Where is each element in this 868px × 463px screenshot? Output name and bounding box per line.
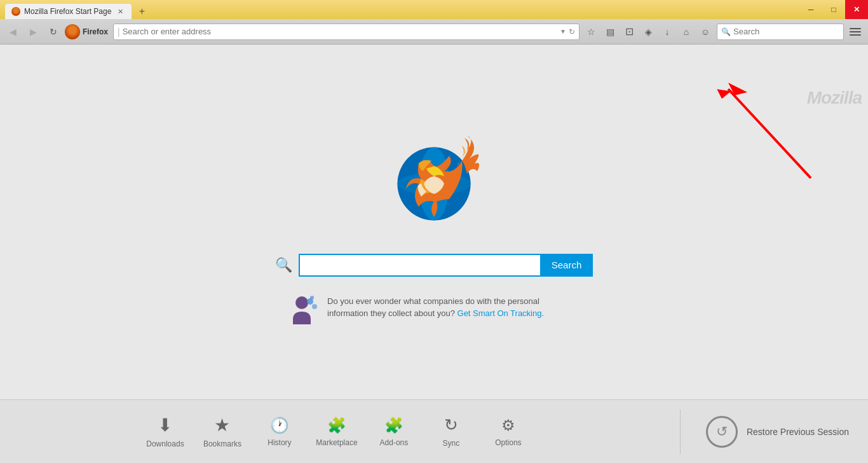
tracking-icon [288, 293, 320, 324]
downloads-icon: ⬇ [158, 415, 172, 436]
hamburger-line-1 [850, 28, 861, 29]
minimize-button[interactable]: ─ [799, 0, 822, 19]
tab-close-button[interactable]: ✕ [115, 6, 125, 17]
addons-icon: 🧩 [384, 417, 403, 434]
restore-session-button[interactable]: ↺ Restore Previous Session [687, 416, 868, 448]
sync-label: Sync [443, 439, 460, 448]
svg-marker-2 [714, 84, 731, 100]
pocket-button[interactable]: ⊡ [620, 23, 638, 41]
tab-title: Mozilla Firefox Start Page [24, 7, 111, 16]
bottom-items: ⬇ Downloads ★ Bookmarks 🕐 History 🧩 Mark… [0, 403, 674, 460]
window-controls: ─ □ ✕ [799, 0, 868, 19]
restore-label: Restore Previous Session [747, 427, 849, 437]
options-button[interactable]: ⚙ Options [480, 403, 537, 460]
address-refresh-icon[interactable]: ↻ [569, 27, 575, 36]
firefox-logo [383, 133, 485, 235]
sync-button[interactable]: ↻ Sync [423, 403, 480, 460]
svg-point-10 [310, 296, 314, 300]
address-dropdown-icon[interactable]: ▼ [560, 28, 566, 35]
address-separator: | [118, 27, 120, 37]
maximize-button[interactable]: □ [822, 0, 845, 19]
back-button[interactable]: ◀ [4, 23, 22, 41]
red-arrow-annotation [709, 83, 836, 187]
tracking-info: Do you ever wonder what companies do wit… [288, 293, 580, 324]
address-input[interactable] [123, 27, 557, 36]
bookmark-star-button[interactable]: ☆ [582, 23, 600, 41]
history-icon: 🕐 [270, 417, 289, 434]
marketplace-button[interactable]: 🧩 Marketplace [308, 403, 365, 460]
address-bar[interactable]: | ▼ ↻ [113, 24, 580, 40]
svg-point-9 [312, 304, 317, 309]
title-bar: Mozilla Firefox Start Page ✕ + ─ □ ✕ [0, 0, 868, 19]
history-label: History [268, 438, 291, 447]
search-area: 🔍 Search [275, 254, 593, 277]
download-button[interactable]: ↓ [658, 23, 676, 41]
tab-area: Mozilla Firefox Start Page ✕ + [5, 0, 149, 19]
nav-right-icons: ☆ ▤ ⊡ ◈ ↓ ⌂ ☺ [582, 23, 714, 41]
bookmarks-button[interactable]: ★ Bookmarks [194, 403, 251, 460]
svg-point-7 [295, 296, 308, 309]
restore-icon: ↺ [706, 416, 738, 448]
hamburger-line-3 [850, 34, 861, 36]
search-input[interactable] [733, 27, 822, 36]
bottom-bar: ⬇ Downloads ★ Bookmarks 🕐 History 🧩 Mark… [0, 399, 868, 463]
refresh-button[interactable]: ↻ [44, 23, 62, 41]
bottom-divider [680, 410, 681, 454]
main-content: Mozilla [0, 45, 868, 399]
search-button[interactable]: Search [540, 254, 593, 277]
tracking-link[interactable]: Get Smart On Tracking. [458, 308, 545, 318]
mozilla-watermark: Mozilla [807, 88, 862, 108]
options-label: Options [495, 438, 521, 447]
hamburger-line-2 [850, 31, 861, 32]
downloads-label: Downloads [146, 439, 184, 448]
marketplace-label: Marketplace [316, 438, 357, 447]
svg-line-0 [728, 89, 811, 178]
shield-button[interactable]: ◈ [639, 23, 657, 41]
search-magnifier-icon: 🔍 [275, 257, 292, 273]
tab-favicon [11, 7, 20, 16]
active-tab[interactable]: Mozilla Firefox Start Page ✕ [5, 4, 132, 19]
history-button[interactable]: 🕐 History [251, 403, 308, 460]
addons-button[interactable]: 🧩 Add-ons [365, 403, 423, 460]
menu-button[interactable] [846, 23, 864, 41]
search-bar[interactable]: 🔍 [717, 24, 844, 40]
addons-label: Add-ons [380, 438, 409, 447]
search-text-input[interactable] [299, 254, 540, 277]
firefox-logo-nav [65, 24, 80, 39]
tracking-text: Do you ever wonder what companies do wit… [327, 293, 580, 320]
avatar-button[interactable]: ☺ [696, 23, 714, 41]
bookmarks-label: Bookmarks [203, 439, 241, 448]
reader-mode-button[interactable]: ▤ [601, 23, 619, 41]
close-button[interactable]: ✕ [845, 0, 868, 19]
marketplace-icon: 🧩 [327, 417, 346, 434]
firefox-label: Firefox [83, 27, 108, 36]
navigation-bar: ◀ ▶ ↻ Firefox | ▼ ↻ ☆ ▤ ⊡ ◈ ↓ ⌂ ☺ 🔍 [0, 19, 868, 45]
new-tab-button[interactable]: + [134, 4, 149, 19]
downloads-button[interactable]: ⬇ Downloads [137, 403, 194, 460]
svg-marker-1 [728, 83, 747, 95]
sync-icon: ↻ [444, 415, 458, 435]
forward-button[interactable]: ▶ [24, 23, 42, 41]
search-icon: 🔍 [721, 27, 731, 36]
bookmarks-icon: ★ [214, 415, 230, 436]
home-button[interactable]: ⌂ [677, 23, 695, 41]
options-icon: ⚙ [501, 417, 515, 434]
